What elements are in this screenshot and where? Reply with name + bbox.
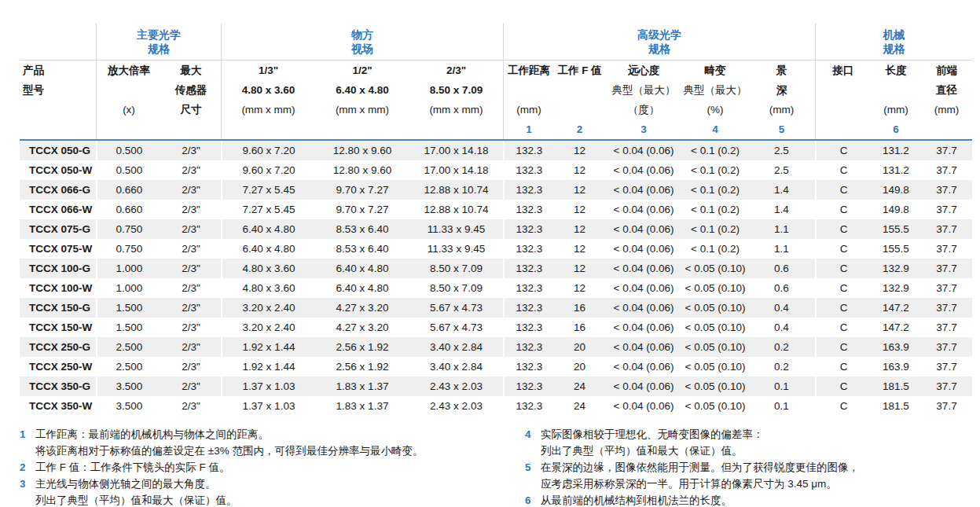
cell-telecentricity: < 0.04 (0.06) [605, 337, 682, 357]
cell-magnification: 2.500 [96, 357, 161, 377]
column-header-line [23, 100, 96, 119]
cell-max-sensor-size: 2/3" [161, 337, 221, 357]
cell-depth-of-field: 1.4 [748, 180, 815, 200]
table-row-tccx-100-w: TCCX 100-W1.0002/3"4.80 x 3.606.40 x 4.8… [20, 278, 972, 298]
column-header-line: 产品 [23, 61, 96, 80]
cell-fov-2-3: 8.50 x 7.09 [409, 278, 503, 298]
cell-front-diameter: 37.7 [921, 200, 972, 219]
footnote-ref-working-f-number: 2 [554, 119, 605, 139]
cell-distortion: < 0.1 (0.2) [682, 141, 748, 160]
cell-fov-1-2: 12.80 x 9.60 [315, 141, 409, 160]
footnote-number: 6 [525, 492, 541, 507]
column-header-line: (mm) [504, 100, 554, 119]
footnote-line: 工作距离：最前端的机械机构与物体之间的距离。 [35, 426, 423, 443]
footnote-number: 5 [525, 459, 541, 492]
cell-telecentricity: < 0.04 (0.06) [605, 259, 682, 278]
cell-telecentricity: < 0.04 (0.06) [605, 239, 682, 259]
column-header-line: 1/3" [222, 61, 315, 80]
cell-distortion: < 0.1 (0.2) [682, 180, 748, 200]
cell-length: 132.9 [871, 278, 921, 298]
cell-working-f-number: 24 [554, 396, 605, 416]
cell-mount: C [815, 278, 871, 298]
cell-telecentricity: < 0.04 (0.06) [605, 200, 682, 219]
footnote-line: 工作 F 值：工作条件下镜头的实际 F 值。 [35, 459, 230, 476]
cell-fov-1-2: 12.80 x 9.60 [315, 160, 409, 180]
column-header-line: (mm) [921, 100, 972, 119]
cell-depth-of-field: 2.5 [748, 141, 815, 160]
column-header-model: 产品型号 [20, 61, 96, 139]
cell-telecentricity: < 0.04 (0.06) [605, 396, 682, 416]
group-header-main-optical-specs: 主要光学规格 [96, 24, 221, 60]
cell-max-sensor-size: 2/3" [161, 298, 221, 318]
footnote-ref-depth-of-field: 5 [748, 119, 815, 139]
cell-depth-of-field: 0.6 [748, 278, 815, 298]
column-header-line: 1/2" [315, 61, 409, 80]
cell-fov-1-2: 9.70 x 7.27 [315, 180, 409, 200]
footnote-text: 工作 F 值：工作条件下镜头的实际 F 值。 [35, 459, 230, 476]
cell-distortion: < 0.05 (0.10) [682, 278, 748, 298]
column-header-line: （度） [605, 100, 682, 119]
table-row-tccx-350-g: TCCX 350-G3.5002/3"1.37 x 1.031.83 x 1.3… [20, 377, 972, 396]
cell-telecentricity: < 0.04 (0.06) [605, 219, 682, 239]
group-header-line: 物方 [222, 28, 503, 42]
column-header-distortion: 畸变典型（最大）(%)4 [682, 61, 748, 139]
footnote-ref-fov-1-2 [315, 119, 409, 139]
cell-fov-1-3: 3.20 x 2.40 [221, 318, 315, 337]
cell-magnification: 0.500 [96, 160, 161, 180]
column-header-line: 长度 [871, 61, 921, 80]
cell-distortion: < 0.05 (0.10) [682, 298, 748, 318]
column-header-line: 接口 [816, 61, 871, 80]
footnote-text: 工作距离：最前端的机械机构与物体之间的距离。将该距离相对于标称值的偏差设定在 ±… [35, 426, 423, 459]
cell-front-diameter: 37.7 [921, 239, 972, 259]
cell-model: TCCX 050-G [20, 141, 96, 160]
cell-front-diameter: 37.7 [921, 278, 972, 298]
table-row-tccx-050-g: TCCX 050-G0.5002/3"9.60 x 7.2012.80 x 9.… [20, 141, 972, 160]
cell-working-distance: 132.3 [503, 160, 554, 180]
column-header-depth-of-field: 景深(mm)5 [748, 61, 815, 139]
group-header-spacer [20, 24, 96, 60]
cell-fov-1-2: 1.83 x 1.37 [315, 396, 409, 416]
cell-working-f-number: 12 [554, 219, 605, 239]
cell-fov-1-3: 7.27 x 5.45 [221, 200, 315, 219]
column-header-line: 景 [748, 61, 815, 80]
cell-model: TCCX 100-G [20, 259, 96, 278]
column-header-front-diameter: 前端直径(mm) [921, 61, 972, 139]
cell-working-distance: 132.3 [503, 377, 554, 396]
cell-mount: C [815, 318, 871, 337]
column-header-fov-1-2: 1/2"6.40 x 4.80(mm x mm) [315, 61, 409, 139]
cell-mount: C [815, 337, 871, 357]
cell-depth-of-field: 0.4 [748, 298, 815, 318]
footnotes-right-column: 4实际图像相较于理想化、无畸变图像的偏差率：列出了典型（平均）值和最大（保证）值… [525, 426, 859, 507]
footnote-number: 3 [20, 476, 35, 507]
column-header-line [554, 80, 605, 100]
group-header-line: 规格 [504, 42, 815, 56]
footnote-ref-telecentricity: 3 [605, 119, 682, 139]
cell-mount: C [815, 298, 871, 318]
cell-fov-1-3: 1.92 x 1.44 [221, 357, 315, 377]
cell-fov-2-3: 5.67 x 4.73 [409, 298, 503, 318]
cell-depth-of-field: 0.2 [748, 357, 815, 377]
cell-model: TCCX 350-G [20, 377, 96, 396]
cell-working-f-number: 12 [554, 278, 605, 298]
column-header-line: 6.40 x 4.80 [315, 80, 409, 100]
cell-magnification: 0.660 [96, 200, 161, 219]
cell-length: 147.2 [871, 298, 921, 318]
cell-distortion: < 0.1 (0.2) [682, 200, 748, 219]
column-header-line [871, 80, 921, 100]
cell-model: TCCX 075-G [20, 219, 96, 239]
cell-model: TCCX 250-W [20, 357, 96, 377]
cell-fov-1-2: 6.40 x 4.80 [315, 259, 409, 278]
cell-mount: C [815, 200, 871, 219]
cell-working-f-number: 12 [554, 239, 605, 259]
footnote-line: 主光线与物体侧光轴之间的最大角度。 [35, 476, 237, 492]
column-header-line: (mm x mm) [315, 100, 409, 119]
table-row-tccx-066-w: TCCX 066-W0.6602/3"7.27 x 5.459.70 x 7.2… [20, 200, 972, 219]
cell-distortion: < 0.05 (0.10) [682, 337, 748, 357]
footnote-line: 列出了典型（平均）值和最大（保证）值。 [35, 492, 237, 507]
column-header-magnification: 放大倍率(x) [96, 61, 161, 139]
cell-distortion: < 0.1 (0.2) [682, 239, 748, 259]
footnote-line: 列出了典型（平均）值和最大（保证）值。 [541, 443, 764, 459]
cell-front-diameter: 37.7 [921, 396, 972, 416]
cell-mount: C [815, 357, 871, 377]
footnote-text: 主光线与物体侧光轴之间的最大角度。列出了典型（平均）值和最大（保证）值。 [35, 476, 237, 507]
